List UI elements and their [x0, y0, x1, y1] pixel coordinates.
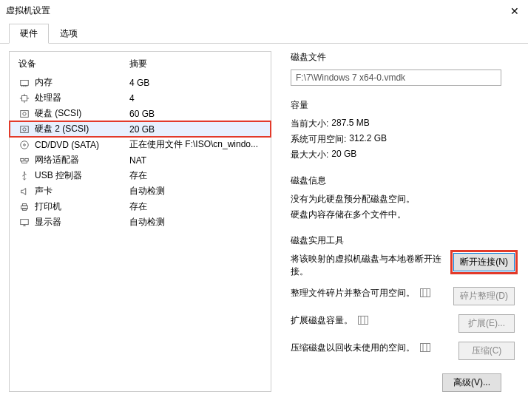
device-summary: 自动检测 — [129, 216, 262, 228]
device-summary: NAT — [129, 155, 262, 166]
map-icon — [358, 316, 368, 325]
titlebar: 虚拟机设置 ✕ — [0, 0, 528, 23]
device-summary: 4 — [129, 93, 262, 104]
device-name: 打印机 — [35, 200, 129, 213]
map-icon — [420, 288, 430, 297]
disk-info-title: 磁盘信息 — [291, 175, 515, 187]
max-size: 最大大小: 20 GB — [291, 149, 515, 161]
device-name: USB 控制器 — [35, 169, 129, 182]
max-size-label: 最大大小: — [291, 149, 328, 161]
disk-icon — [18, 124, 30, 135]
disconnect-button[interactable]: 断开连接(N) — [453, 253, 515, 271]
current-size-label: 当前大小: — [291, 118, 328, 130]
disk-info-section: 磁盘信息 没有为此硬盘预分配磁盘空间。 硬盘内容存储在多个文件中。 — [291, 175, 515, 221]
printer-icon — [18, 202, 30, 212]
free-space-value: 312.2 GB — [349, 133, 387, 146]
device-name: 显示器 — [35, 216, 129, 228]
disk-icon — [18, 109, 30, 119]
device-row[interactable]: 打印机存在 — [10, 199, 271, 214]
svg-rect-15 — [421, 289, 430, 297]
free-space: 系统可用空间: 312.2 GB — [291, 133, 515, 146]
device-name: 硬盘 2 (SCSI) — [35, 123, 129, 135]
max-size-value: 20 GB — [331, 149, 356, 161]
svg-point-6 — [21, 140, 29, 149]
device-summary: 正在使用文件 F:\ISO\cn_windo... — [129, 138, 262, 151]
usb-icon — [18, 171, 30, 181]
tool-defrag-desc: 整理文件碎片并整合可用空间。 — [291, 287, 447, 299]
tool-defrag-row: 整理文件碎片并整合可用空间。 碎片整理(D) — [291, 287, 515, 305]
device-row[interactable]: CD/DVD (SATA)正在使用文件 F:\ISO\cn_windo... — [10, 137, 271, 152]
detail-panel: 磁盘文件 F:\7\Windows 7 x64-0.vmdk 容量 当前大小: … — [286, 51, 519, 392]
device-name: 网络适配器 — [35, 154, 129, 166]
cpu-icon — [18, 93, 30, 104]
device-name: 声卡 — [35, 185, 129, 197]
device-row[interactable]: 内存4 GB — [10, 75, 271, 90]
col-device-header: 设备 — [18, 58, 129, 70]
device-row[interactable]: 声卡自动检测 — [10, 183, 271, 199]
device-panel: 设备 摘要 内存4 GB处理器4硬盘 (SCSI)60 GB硬盘 2 (SCSI… — [9, 51, 271, 392]
svg-rect-0 — [21, 80, 29, 85]
svg-rect-4 — [21, 126, 29, 132]
tool-expand-row: 扩展磁盘容量。 扩展(E)... — [291, 314, 515, 333]
svg-point-3 — [23, 112, 26, 115]
disk-info-line1: 没有为此硬盘预分配磁盘空间。 — [291, 193, 515, 206]
tool-compact-row: 压缩磁盘以回收未使用的空间。 压缩(C) — [291, 342, 515, 360]
device-row[interactable]: 处理器4 — [10, 90, 271, 106]
close-icon[interactable]: ✕ — [507, 5, 522, 17]
device-list: 内存4 GB处理器4硬盘 (SCSI)60 GB硬盘 2 (SCSI)20 GB… — [10, 75, 271, 230]
device-row[interactable]: USB 控制器存在 — [10, 168, 271, 183]
device-row[interactable]: 硬盘 2 (SCSI)20 GB — [10, 121, 271, 137]
footer: 高级(V)... — [291, 373, 515, 392]
display-icon — [18, 217, 30, 228]
disk-file-section: 磁盘文件 F:\7\Windows 7 x64-0.vmdk — [291, 51, 515, 86]
current-size: 当前大小: 287.5 MB — [291, 118, 515, 130]
svg-rect-17 — [421, 344, 430, 352]
device-summary: 60 GB — [129, 109, 262, 119]
tool-disconnect-desc: 将该映射的虚拟机磁盘与本地卷断开连接。 — [291, 253, 447, 278]
tool-expand-text: 扩展磁盘容量。 — [291, 315, 353, 325]
svg-rect-12 — [22, 203, 26, 206]
device-name: CD/DVD (SATA) — [35, 140, 129, 150]
svg-point-10 — [24, 171, 25, 172]
device-name: 硬盘 (SCSI) — [35, 107, 129, 120]
device-header: 设备 摘要 — [10, 58, 271, 75]
free-space-label: 系统可用空间: — [291, 133, 346, 146]
disk-file-title: 磁盘文件 — [291, 51, 515, 64]
compact-button: 压缩(C) — [458, 342, 515, 360]
disk-info-line2: 硬盘内容存储在多个文件中。 — [291, 209, 515, 221]
device-summary: 存在 — [129, 169, 262, 182]
capacity-title: 容量 — [291, 99, 515, 112]
tool-compact-desc: 压缩磁盘以回收未使用的空间。 — [291, 342, 453, 354]
capacity-section: 容量 当前大小: 287.5 MB 系统可用空间: 312.2 GB 最大大小:… — [291, 99, 515, 161]
device-row[interactable]: 显示器自动检测 — [10, 214, 271, 230]
svg-rect-1 — [22, 95, 27, 101]
svg-rect-16 — [359, 316, 368, 325]
disk-file-path[interactable]: F:\7\Windows 7 x64-0.vmdk — [291, 70, 501, 86]
cd-icon — [18, 140, 30, 150]
device-summary: 20 GB — [129, 124, 262, 135]
device-summary: 自动检测 — [129, 185, 262, 197]
tool-compact-text: 压缩磁盘以回收未使用的空间。 — [291, 342, 415, 353]
tool-expand-desc: 扩展磁盘容量。 — [291, 314, 453, 327]
advanced-button[interactable]: 高级(V)... — [442, 373, 501, 392]
svg-rect-8 — [21, 158, 24, 161]
device-summary: 存在 — [129, 200, 262, 213]
network-icon — [18, 155, 30, 166]
defrag-button: 碎片整理(D) — [453, 287, 515, 305]
tool-defrag-text: 整理文件碎片并整合可用空间。 — [291, 288, 415, 298]
svg-point-5 — [23, 127, 26, 130]
expand-button: 扩展(E)... — [458, 314, 515, 333]
device-name: 处理器 — [35, 92, 129, 104]
tool-disconnect-row: 将该映射的虚拟机磁盘与本地卷断开连接。 断开连接(N) — [291, 253, 515, 278]
memory-icon — [18, 78, 30, 88]
tab-hardware[interactable]: 硬件 — [9, 24, 49, 44]
device-row[interactable]: 网络适配器NAT — [10, 152, 271, 168]
tab-strip: 硬件 选项 — [0, 23, 528, 44]
content-area: 设备 摘要 内存4 GB处理器4硬盘 (SCSI)60 GB硬盘 2 (SCSI… — [0, 44, 528, 399]
svg-rect-14 — [21, 219, 29, 224]
device-row[interactable]: 硬盘 (SCSI)60 GB — [10, 106, 271, 121]
window-title: 虚拟机设置 — [6, 4, 50, 17]
map-icon — [420, 343, 430, 352]
tab-options[interactable]: 选项 — [49, 24, 89, 44]
current-size-value: 287.5 MB — [331, 118, 369, 130]
